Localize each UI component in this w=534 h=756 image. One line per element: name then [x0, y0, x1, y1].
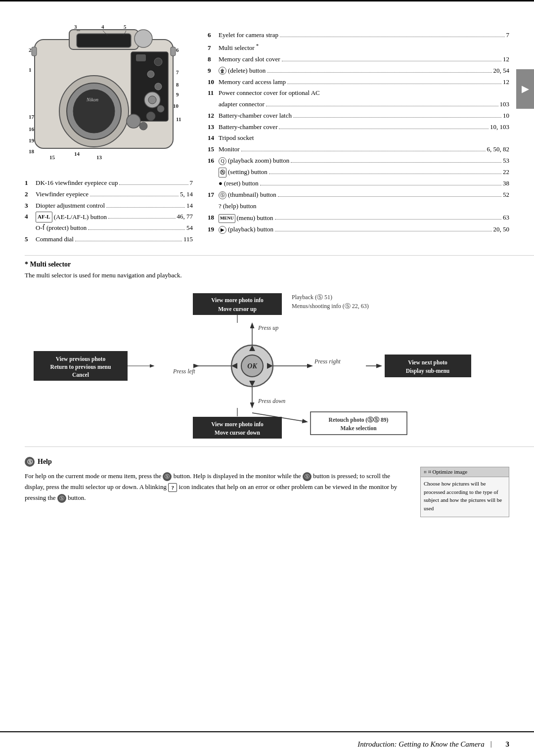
part-dots — [293, 117, 501, 118]
part-dots — [108, 218, 176, 219]
part-num: 1 — [25, 178, 36, 189]
part-right-17: 17 Ⓢ (thumbnail) button 52 — [208, 189, 509, 201]
screenshot-body-text: Choose how pictures will be processed ac… — [424, 481, 502, 511]
part-num: 3 — [25, 200, 36, 212]
svg-text:11: 11 — [176, 116, 181, 122]
svg-text:Menus/shooting info (Ⓢ 22, 63): Menus/shooting info (Ⓢ 22, 63) — [292, 303, 369, 310]
part-dots — [275, 219, 501, 220]
part-name: Q (playback zoom) button — [219, 155, 289, 167]
camera-diagram: 3 4 5 2 1 6 7 8 9 10 11 14 13 15 — [25, 25, 193, 193]
svg-point-16 — [139, 122, 147, 130]
part-page: 14 — [186, 200, 193, 212]
part-right-11: 11 Power connector cover for optional AC… — [208, 88, 509, 110]
svg-rect-79 — [311, 412, 407, 435]
help-screenshot-body: Choose how pictures will be processed ac… — [421, 477, 509, 517]
svg-point-10 — [155, 83, 162, 90]
svg-text:View previous photo: View previous photo — [56, 356, 106, 362]
svg-text:7: 7 — [176, 69, 179, 75]
part-num: 15 — [208, 144, 219, 155]
part-num: 2 — [25, 189, 36, 200]
svg-point-8 — [154, 58, 162, 66]
part-row-2: 2 Viewfinder eyepiece 5, 14 — [25, 189, 193, 200]
svg-point-9 — [147, 71, 154, 78]
divider-1 — [25, 255, 534, 256]
part-num: 19 — [208, 224, 219, 235]
svg-text:View next photo: View next photo — [408, 359, 447, 366]
part-page: 20, 54 — [493, 65, 510, 77]
svg-text:1: 1 — [29, 67, 32, 73]
part-dots — [260, 185, 501, 185]
parts-right: 6 Eyelet for camera strap 7 7 Multi sele… — [208, 30, 509, 235]
svg-text:Make selection: Make selection — [340, 425, 377, 431]
part-page: 7 — [190, 178, 193, 189]
part-row-1: 1 DK-16 viewfinder eyepiece cup 7 — [25, 178, 193, 189]
part-page: 10, 103 — [490, 122, 509, 133]
help-title: Ⓢ Help — [25, 457, 405, 467]
part-dots — [275, 231, 491, 231]
part-page: 54 — [186, 222, 193, 234]
part-right-7: 7 Multi selector * — [208, 41, 509, 54]
part-right-13: 13 Battery-chamber cover 10, 103 — [208, 122, 509, 133]
svg-rect-7 — [136, 54, 146, 61]
part-right-16b: ⓗ (setting) button 22 — [208, 167, 509, 178]
multi-selector-description: The multi selector is used for menu navi… — [25, 271, 509, 279]
svg-point-17 — [134, 30, 152, 47]
svg-text:6: 6 — [176, 47, 179, 53]
part-name: Multi selector * — [219, 41, 259, 54]
part-page: 10 — [503, 110, 509, 122]
part-name: Memory card access lamp — [219, 77, 286, 88]
svg-text:3: 3 — [74, 25, 77, 30]
svg-text:10: 10 — [173, 103, 179, 109]
svg-text:OK: OK — [247, 362, 258, 370]
part-num: 12 — [208, 110, 219, 122]
part-page: 22 — [503, 167, 509, 178]
help-inline-icon-3: Ⓢ — [57, 494, 66, 503]
parts-below-camera: 1 DK-16 viewfinder eyepiece cup 7 2 View… — [25, 178, 193, 245]
part-page: 38 — [503, 178, 509, 189]
multi-selector-svg: OK — [30, 289, 504, 443]
part-name: Battery-chamber cover latch — [219, 110, 292, 122]
part-dots — [279, 129, 489, 129]
part-dots — [267, 72, 491, 73]
side-tab-icon: ▶ — [522, 84, 529, 94]
part-page: 5, 14 — [180, 189, 193, 200]
help-inline-icon-2: Ⓢ — [303, 472, 312, 481]
part-num: 13 — [208, 122, 219, 133]
svg-text:Press up: Press up — [258, 324, 278, 331]
svg-text:4: 4 — [101, 25, 104, 30]
part-right-18: 18 MENU (menu) button 63 — [208, 212, 509, 224]
part-num: 17 — [208, 189, 219, 201]
multi-selector-section: * Multi selector The multi selector is u… — [0, 261, 534, 443]
svg-text:9: 9 — [176, 91, 179, 97]
help-screenshot-title: ⌗ ⌗ Optimize image — [421, 467, 509, 477]
top-section: 3 4 5 2 1 6 7 8 9 10 11 14 13 15 — [25, 25, 509, 235]
svg-text:8: 8 — [176, 82, 179, 88]
part-num: 10 — [208, 77, 219, 88]
part-page: 7 — [506, 30, 510, 41]
svg-text:Move cursor down: Move cursor down — [215, 430, 260, 436]
part-dots — [269, 174, 501, 174]
part-name: 🗑 (delete) button — [219, 65, 266, 77]
svg-text:View more photo info: View more photo info — [211, 297, 264, 304]
part-right-9: 9 🗑 (delete) button 20, 54 — [208, 65, 509, 77]
help-screenshot: ⌗ ⌗ Optimize image Choose how pictures w… — [420, 467, 509, 517]
footer-text: Introduction: Getting to Know the Camera — [357, 740, 485, 749]
help-icon: Ⓢ — [25, 457, 35, 467]
part-page: 12 — [503, 54, 509, 65]
svg-text:15: 15 — [49, 154, 55, 160]
svg-text:18: 18 — [29, 148, 35, 154]
svg-text:Cancel: Cancel — [72, 372, 89, 378]
footer: Introduction: Getting to Know the Camera… — [0, 731, 534, 756]
part-name: DK-16 viewfinder eyepiece cup — [36, 178, 118, 189]
part-name: Memory card slot cover — [219, 54, 280, 65]
help-title-text: Help — [38, 458, 52, 466]
part-dots — [282, 61, 501, 61]
svg-text:16: 16 — [29, 126, 35, 132]
help-inline-icon-1: Ⓢ — [163, 472, 172, 481]
side-tab: ▶ — [516, 69, 534, 109]
part-right-10: 10 Memory card access lamp 12 — [208, 77, 509, 88]
part-page: 46, 77 — [177, 211, 193, 222]
divider-2 — [25, 446, 534, 447]
part-name: Viewfinder eyepiece — [36, 189, 89, 200]
part-name: Power connector cover for optional AC — [219, 88, 509, 99]
